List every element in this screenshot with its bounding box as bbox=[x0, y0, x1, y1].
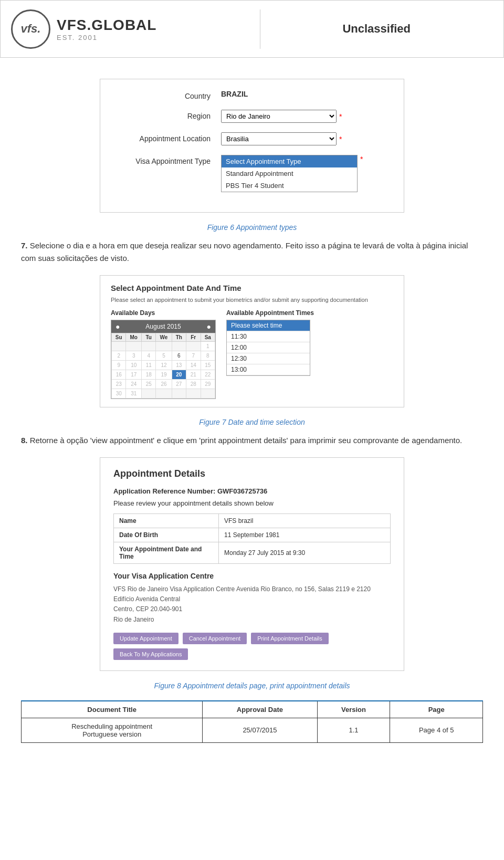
available-days-header: Available Days bbox=[111, 309, 216, 317]
country-label: Country bbox=[116, 90, 211, 100]
cal-cell[interactable]: 30 bbox=[112, 389, 126, 398]
time-item-1[interactable]: 11:30 bbox=[227, 331, 310, 342]
cal-cell bbox=[201, 389, 215, 398]
footer-row: Rescheduling appointmentPortuguese versi… bbox=[22, 718, 483, 742]
cal-day-th: Th bbox=[172, 333, 186, 342]
cancel-appointment-button[interactable]: Cancel Appointment bbox=[183, 633, 247, 644]
figure8-box: Appointment Details Application Referenc… bbox=[100, 457, 404, 671]
visa-type-required: * bbox=[360, 155, 363, 163]
date-time-title: Select Appointment Date And Time bbox=[111, 284, 393, 292]
cal-cell[interactable]: 15 bbox=[201, 361, 215, 370]
cal-cell[interactable]: 17 bbox=[126, 370, 142, 380]
action-buttons: Update Appointment Cancel Appointment Pr… bbox=[113, 633, 391, 660]
appt-details-title: Appointment Details bbox=[113, 468, 391, 479]
appt-details-inner: Appointment Details Application Referenc… bbox=[100, 458, 404, 670]
cal-day-fr: Fr bbox=[186, 333, 201, 342]
cal-cell[interactable]: 14 bbox=[186, 361, 201, 370]
step7-para: Selecione o dia e a hora em que deseja r… bbox=[21, 241, 468, 263]
country-row: Country BRAZIL bbox=[116, 90, 388, 100]
region-select[interactable]: Rio de Janeiro bbox=[221, 110, 337, 123]
cal-cell[interactable]: 6 bbox=[172, 351, 186, 361]
cal-cell-today[interactable]: 20 bbox=[172, 370, 186, 380]
figure6-box: Country BRAZIL Region Rio de Janeiro * A… bbox=[100, 79, 404, 213]
location-select[interactable]: Brasilia bbox=[221, 132, 337, 145]
cal-cell[interactable]: 9 bbox=[112, 361, 126, 370]
cal-prev[interactable]: ● bbox=[116, 322, 120, 331]
main-content: Country BRAZIL Region Rio de Janeiro * A… bbox=[0, 58, 504, 753]
location-select-wrapper[interactable]: Brasilia * bbox=[221, 132, 342, 145]
logo-est: EST. 2001 bbox=[57, 34, 156, 41]
logo-text-block: VFS.GLOBAL EST. 2001 bbox=[57, 17, 156, 41]
footer-col3-header: Version bbox=[317, 701, 390, 718]
cal-cell[interactable]: 18 bbox=[141, 370, 155, 380]
update-appointment-button[interactable]: Update Appointment bbox=[113, 633, 178, 644]
cal-cell[interactable]: 2 bbox=[112, 351, 126, 361]
cal-cell[interactable]: 16 bbox=[112, 370, 126, 380]
cal-cell[interactable]: 27 bbox=[172, 380, 186, 389]
table-row: Date Of Birth 11 September 1981 bbox=[114, 528, 391, 542]
cal-cell[interactable]: 31 bbox=[126, 389, 142, 398]
cal-cell[interactable]: 4 bbox=[141, 351, 155, 361]
cal-cell[interactable]: 11 bbox=[141, 361, 155, 370]
cal-day-tu: Tu bbox=[141, 333, 155, 342]
visa-type-dropdown[interactable]: Select Appointment Type Standard Appoint… bbox=[221, 155, 358, 192]
visa-type-label: Visa Appointment Type bbox=[116, 155, 211, 165]
time-item-2[interactable]: 12:00 bbox=[227, 342, 310, 353]
step8-para: Retorne à opção 'view appointment' e cli… bbox=[30, 436, 463, 445]
location-row: Appointment Location Brasilia * bbox=[116, 132, 388, 145]
footer-approval-date: 25/07/2015 bbox=[203, 718, 317, 742]
cal-cell bbox=[141, 342, 155, 351]
cal-cell[interactable]: 25 bbox=[141, 380, 155, 389]
time-item-0[interactable]: Please select time bbox=[227, 320, 310, 331]
region-required: * bbox=[339, 112, 342, 121]
footer-page: Page 4 of 5 bbox=[390, 718, 483, 742]
row-label-appt: Your Appointment Date and Time bbox=[114, 542, 219, 564]
dropdown-item-1[interactable]: Standard Appointment bbox=[222, 167, 357, 180]
region-select-wrapper[interactable]: Rio de Janeiro * bbox=[221, 110, 342, 123]
cal-cell[interactable]: 24 bbox=[126, 380, 142, 389]
dropdown-item-0[interactable]: Select Appointment Type bbox=[222, 155, 357, 167]
back-to-applications-button[interactable]: Back To My Applications bbox=[113, 648, 188, 660]
row-value-appt: Monday 27 July 2015 at 9:30 bbox=[219, 542, 391, 564]
table-row: Your Appointment Date and Time Monday 27… bbox=[114, 542, 391, 564]
cal-cell[interactable]: 22 bbox=[201, 370, 215, 380]
cal-cell[interactable]: 23 bbox=[112, 380, 126, 389]
visa-type-row: Visa Appointment Type Select Appointment… bbox=[116, 155, 388, 192]
location-required: * bbox=[339, 135, 342, 143]
cal-cell[interactable]: 28 bbox=[186, 380, 201, 389]
figure6-caption: Figure 6 Appointment types bbox=[21, 223, 483, 232]
cal-day-sa: Sa bbox=[201, 333, 215, 342]
cal-cell[interactable]: 8 bbox=[201, 351, 215, 361]
vac-title: Your Visa Application Centre bbox=[113, 572, 391, 580]
cal-cell[interactable]: 29 bbox=[201, 380, 215, 389]
figure8-caption: Figure 8 Appointment details page, print… bbox=[21, 681, 483, 690]
logo-section: vfs. VFS.GLOBAL EST. 2001 bbox=[11, 9, 260, 49]
footer-table: Document Title Approval Date Version Pag… bbox=[21, 700, 483, 743]
dropdown-item-2[interactable]: PBS Tier 4 Student bbox=[222, 180, 357, 192]
cal-cell[interactable]: 7 bbox=[186, 351, 201, 361]
row-value-name: VFS brazil bbox=[219, 514, 391, 528]
cal-cell[interactable]: 5 bbox=[156, 351, 172, 361]
cal-cell[interactable]: 12 bbox=[156, 361, 172, 370]
footer-col1-header: Document Title bbox=[22, 701, 203, 718]
cal-header: ● August 2015 ● bbox=[111, 320, 215, 333]
cal-cell bbox=[112, 342, 126, 351]
cal-cell[interactable]: 26 bbox=[156, 380, 172, 389]
cal-next[interactable]: ● bbox=[207, 322, 211, 331]
cal-cell[interactable]: 1 bbox=[201, 342, 215, 351]
cal-cell[interactable]: 10 bbox=[126, 361, 142, 370]
ref-number: Application Reference Number: GWF0367257… bbox=[113, 487, 391, 495]
cal-cell[interactable]: 21 bbox=[186, 370, 201, 380]
cal-cell bbox=[186, 389, 201, 398]
print-appointment-button[interactable]: Print Appointment Details bbox=[251, 633, 329, 644]
cal-cell[interactable]: 19 bbox=[156, 370, 172, 380]
logo-name: VFS.GLOBAL bbox=[57, 17, 156, 34]
cal-cell bbox=[156, 389, 172, 398]
calendar-section: Available Days ● August 2015 ● Su Mo bbox=[111, 309, 216, 399]
time-item-4[interactable]: 13:00 bbox=[227, 364, 310, 375]
cal-cell[interactable]: 3 bbox=[126, 351, 142, 361]
time-item-3[interactable]: 12:30 bbox=[227, 353, 310, 364]
review-text: Please review your appointment details s… bbox=[113, 499, 391, 507]
cal-cell[interactable]: 13 bbox=[172, 361, 186, 370]
details-table: Name VFS brazil Date Of Birth 11 Septemb… bbox=[113, 513, 391, 564]
